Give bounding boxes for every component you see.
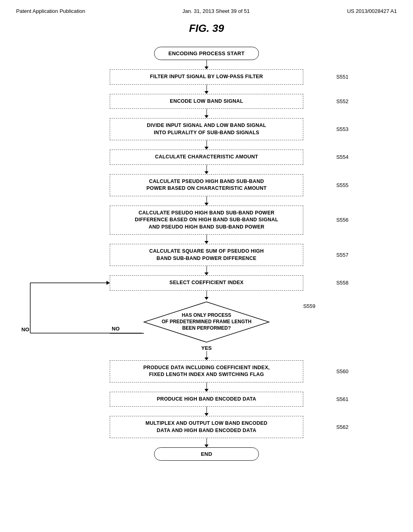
step-s554: CALCULATE CHARACTERISTIC AMOUNT	[110, 150, 303, 165]
step-s556: CALCULATE PSEUDO HIGH BAND SUB-BAND POWE…	[110, 206, 303, 235]
label-s556: S556	[336, 217, 348, 223]
start-box: ENCODING PROCESS START	[154, 47, 259, 60]
arrow-11	[204, 407, 209, 416]
svg-text:NO: NO	[112, 326, 120, 332]
step-s551: FILTER INPUT SIGNAL BY LOW-PASS FILTER	[110, 69, 303, 85]
step-s561: PRODUCE HIGH BAND ENCODED DATA	[110, 392, 303, 407]
svg-text:BEEN PERFORMED?: BEEN PERFORMED?	[182, 325, 231, 331]
diamond-svg: HAS ONLY PROCESS OF PREDETERMINED FRAME …	[142, 300, 271, 344]
label-s554: S554	[336, 154, 348, 160]
step-s561-row: PRODUCE HIGH BAND ENCODED DATA S561	[16, 392, 397, 407]
step-s557-row: CALCULATE SQUARE SUM OF PSEUDO HIGHBAND …	[16, 244, 397, 266]
end-box: END	[154, 447, 259, 461]
header-publication: Patent Application Publication	[16, 8, 85, 14]
arrow-6	[204, 235, 209, 244]
flowchart: ENCODING PROCESS START FILTER INPUT SIGN…	[16, 47, 397, 461]
arrow-12	[204, 438, 209, 447]
step-s555: CALCULATE PSEUDO HIGH BAND SUB-BANDPOWER…	[110, 174, 303, 196]
step-s560: PRODUCE DATA INCLUDING COEFFICIENT INDEX…	[110, 360, 303, 382]
arrow-10	[204, 382, 209, 392]
header-date-sheet: Jan. 31, 2013 Sheet 39 of 51	[182, 8, 250, 14]
arrow-8	[204, 291, 209, 300]
step-s560-row: PRODUCE DATA INCLUDING COEFFICIENT INDEX…	[16, 360, 397, 382]
arrow-3	[204, 140, 209, 150]
step-s562-row: MULTIPLEX AND OUTPUT LOW BAND ENCODEDDAT…	[16, 416, 397, 438]
label-s551: S551	[336, 74, 348, 80]
start-row: ENCODING PROCESS START	[16, 47, 397, 60]
arrow-7	[204, 266, 209, 275]
step-s553-row: DIVIDE INPUT SIGNAL AND LOW BAND SIGNALI…	[16, 118, 397, 140]
step-s552: ENCODE LOW BAND SIGNAL	[110, 94, 303, 109]
arrow-5	[204, 196, 209, 206]
step-s551-row: FILTER INPUT SIGNAL BY LOW-PASS FILTER S…	[16, 69, 397, 85]
svg-text:OF PREDETERMINED FRAME LENGTH: OF PREDETERMINED FRAME LENGTH	[162, 319, 252, 324]
label-s552: S552	[336, 98, 348, 104]
step-s558: SELECT COEFFICIENT INDEX	[110, 275, 303, 291]
diamond-section: S559 HAS ONLY PROCESS OF PREDETERMINED F…	[86, 300, 327, 351]
header-patent-number: US 2013/0028427 A1	[347, 8, 397, 14]
end-row: END	[16, 447, 397, 461]
label-s558: S558	[336, 280, 348, 286]
yes-label: YES	[201, 345, 212, 351]
arrow-4	[204, 165, 209, 174]
label-s555: S555	[336, 182, 348, 188]
label-s561: S561	[336, 396, 348, 402]
header: Patent Application Publication Jan. 31, …	[16, 8, 397, 14]
label-s553: S553	[336, 126, 348, 132]
step-s554-row: CALCULATE CHARACTERISTIC AMOUNT S554	[16, 150, 397, 165]
arrow-2	[204, 109, 209, 118]
label-s559: S559	[303, 303, 315, 309]
step-s555-row: CALCULATE PSEUDO HIGH BAND SUB-BANDPOWER…	[16, 174, 397, 196]
label-s560: S560	[336, 368, 348, 374]
step-s556-row: CALCULATE PSEUDO HIGH BAND SUB-BAND POWE…	[16, 206, 397, 235]
arrow-9	[204, 351, 209, 360]
arrow-1	[204, 85, 209, 94]
step-s557: CALCULATE SQUARE SUM OF PSEUDO HIGHBAND …	[110, 244, 303, 266]
step-s552-row: ENCODE LOW BAND SIGNAL S552	[16, 94, 397, 109]
figure-title: FIG. 39	[16, 22, 397, 35]
step-s562: MULTIPLEX AND OUTPUT LOW BAND ENCODEDDAT…	[110, 416, 303, 438]
label-s557: S557	[336, 252, 348, 258]
arrow-0	[204, 60, 209, 69]
svg-text:HAS ONLY PROCESS: HAS ONLY PROCESS	[182, 312, 232, 318]
page: Patent Application Publication Jan. 31, …	[0, 0, 413, 532]
step-s553: DIVIDE INPUT SIGNAL AND LOW BAND SIGNALI…	[110, 118, 303, 140]
label-s562: S562	[336, 424, 348, 430]
step-s558-row: SELECT COEFFICIENT INDEX S558	[16, 275, 397, 291]
